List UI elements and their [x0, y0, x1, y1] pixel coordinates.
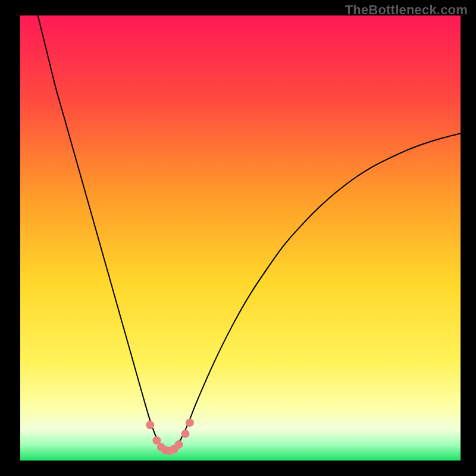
data-point: [146, 421, 154, 429]
data-point: [181, 430, 190, 438]
data-point: [174, 440, 183, 449]
gradient-background: [20, 15, 461, 461]
data-point: [186, 418, 194, 427]
bottleneck-plot: [20, 15, 461, 461]
watermark-text: TheBottleneck.com: [345, 2, 468, 18]
chart-frame: TheBottleneck.com: [0, 0, 476, 476]
